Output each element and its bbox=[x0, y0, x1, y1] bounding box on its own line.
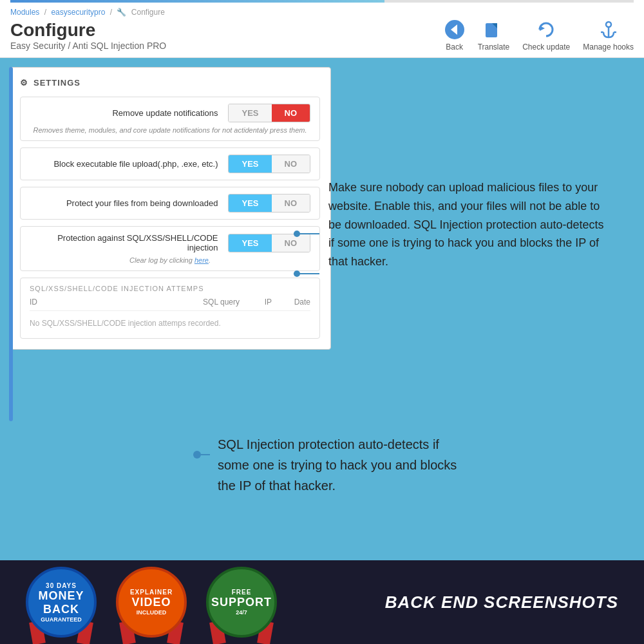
badge-money-back: 30 DAYS MONEY BACK GUARANTEED bbox=[26, 567, 97, 638]
translate-label: Translate bbox=[478, 43, 510, 52]
setting-row-fileprotect-inner: Protect your files from being downloaded… bbox=[30, 194, 310, 213]
badge-container-3: FREE SUPPORT 24/7 bbox=[206, 567, 277, 638]
connector-line-2 bbox=[294, 273, 319, 274]
clear-log-link[interactable]: here bbox=[194, 256, 209, 264]
badge-container-1: 30 DAYS MONEY BACK GUARANTEED bbox=[26, 567, 97, 638]
refresh-icon bbox=[536, 19, 556, 40]
setting-label-fileprotect: Protect your files from being downloaded bbox=[30, 198, 228, 208]
settings-title: SETTINGS bbox=[33, 78, 80, 88]
back-button[interactable]: Back bbox=[444, 19, 465, 52]
main-content: ⚙ SETTINGS Remove update notifications Y… bbox=[0, 58, 644, 580]
toggle-fileprotect-yes[interactable]: YES bbox=[229, 194, 271, 212]
check-update-button[interactable]: Check update bbox=[522, 19, 570, 52]
sql-table-header: ID SQL query IP Date bbox=[30, 298, 310, 311]
breadcrumb-configure: Configure bbox=[131, 8, 165, 17]
badge-3-line2: SUPPORT bbox=[211, 596, 272, 609]
badge-1-line3: GUARANTEED bbox=[41, 616, 82, 623]
settings-section-header: ⚙ SETTINGS bbox=[20, 78, 320, 88]
left-accent-bar bbox=[9, 67, 13, 421]
toggle-fileprotect: YES NO bbox=[228, 194, 310, 213]
breadcrumb-sep2: / bbox=[110, 8, 112, 17]
setting-label-sqlprotect: Protection against SQL/XSS/SHELL/CODE in… bbox=[30, 233, 228, 252]
setting-desc-sqlprotect: Clear log by clicking here. bbox=[30, 256, 310, 264]
col-id: ID bbox=[30, 298, 68, 307]
sql-table-section: SQL/XSS/SHELL/CODE INJECTION ATTEMPS ID … bbox=[20, 278, 320, 339]
badge-explainer-video: EXPLAINER VIDEO INCLUDED bbox=[116, 567, 187, 638]
setting-row-sqlprotect-inner: Protection against SQL/XSS/SHELL/CODE in… bbox=[30, 233, 310, 252]
header-title-block: Configure Easy Security / Anti SQL Injec… bbox=[10, 20, 166, 51]
setting-row-notifications-inner: Remove update notifications YES NO bbox=[30, 104, 310, 122]
toggle-notifications-yes[interactable]: YES bbox=[229, 104, 271, 122]
badge-free-support: FREE SUPPORT 24/7 bbox=[206, 567, 277, 638]
breadcrumb: Modules / easysecuritypro / 🔧 Configure bbox=[10, 3, 634, 19]
setting-label-fileupload: Block executable file upload(.php, .exe,… bbox=[30, 159, 228, 169]
translate-icon bbox=[483, 19, 504, 40]
badge-2-line3: INCLUDED bbox=[137, 609, 167, 616]
page-title: Configure bbox=[10, 20, 166, 41]
back-end-screenshots-label: BACK END SCREENSHOTS bbox=[385, 592, 618, 612]
setting-row-fileupload-inner: Block executable file upload(.php, .exe,… bbox=[30, 155, 310, 173]
sql-table-title: SQL/XSS/SHELL/CODE INJECTION ATTEMPS bbox=[30, 285, 310, 292]
svg-marker-4 bbox=[540, 26, 545, 31]
badge-2-line2: VIDEO bbox=[131, 596, 171, 609]
translate-button[interactable]: Translate bbox=[478, 19, 510, 52]
toggle-notifications: YES NO bbox=[228, 104, 310, 122]
badge-1-line1: 30 DAYS bbox=[46, 582, 77, 589]
settings-panel: ⚙ SETTINGS Remove update notifications Y… bbox=[9, 67, 331, 350]
setting-row-fileupload: Block executable file upload(.php, .exe,… bbox=[20, 147, 320, 180]
setting-label-notifications: Remove update notifications bbox=[30, 108, 228, 118]
setting-row-sqlprotect: Protection against SQL/XSS/SHELL/CODE in… bbox=[20, 226, 320, 271]
col-date: Date bbox=[272, 298, 310, 307]
toggle-fileprotect-no[interactable]: NO bbox=[272, 194, 310, 212]
callout-2-text: SQL Injection protection auto-detects if… bbox=[218, 437, 457, 493]
setting-row-notifications: Remove update notifications YES NO Remov… bbox=[20, 97, 320, 141]
svg-point-5 bbox=[606, 22, 611, 27]
subtitle: Easy Security / Anti SQL Injection PRO bbox=[10, 41, 166, 51]
breadcrumb-sep1: / bbox=[44, 8, 46, 17]
breadcrumb-modules[interactable]: Modules bbox=[10, 8, 39, 17]
connector-dot-3 bbox=[193, 451, 201, 459]
col-ip: IP bbox=[240, 298, 272, 307]
toggle-sqlprotect-no[interactable]: NO bbox=[272, 234, 310, 252]
back-label: Back bbox=[446, 43, 463, 52]
col-query: SQL query bbox=[68, 298, 240, 307]
toggle-fileupload-no[interactable]: NO bbox=[272, 155, 310, 173]
connector-line-1 bbox=[294, 233, 319, 234]
manage-hooks-button[interactable]: Manage hooks bbox=[583, 19, 634, 52]
toggle-sqlprotect-yes[interactable]: YES bbox=[229, 234, 271, 252]
top-bar: Modules / easysecuritypro / 🔧 Configure … bbox=[0, 0, 644, 58]
callout-2: SQL Injection protection auto-detects if… bbox=[207, 426, 478, 504]
toggle-notifications-no[interactable]: NO bbox=[272, 104, 310, 122]
check-update-label: Check update bbox=[522, 43, 570, 52]
anchor-icon bbox=[598, 19, 619, 40]
setting-row-fileprotect: Protect your files from being downloaded… bbox=[20, 187, 320, 220]
settings-gear-icon: ⚙ bbox=[20, 78, 28, 88]
setting-desc-notifications: Removes theme, modules, and core update … bbox=[30, 126, 310, 134]
callout-1-text: Make sure nobody can upload malicious fi… bbox=[328, 181, 604, 268]
sql-empty-msg: No SQL/XSS/SHELL/CODE injection attemps … bbox=[30, 315, 310, 332]
badge-3-line3: 24/7 bbox=[236, 609, 247, 616]
callout-1: Make sure nobody can upload malicious fi… bbox=[318, 171, 614, 279]
header-actions: Back Translate Check update bbox=[444, 19, 634, 52]
badge-3-line1: FREE bbox=[232, 589, 252, 596]
badge-1-line2: MONEY BACK bbox=[28, 589, 94, 616]
bottom-section: 30 DAYS MONEY BACK GUARANTEED EXPLAINER … bbox=[0, 560, 644, 644]
back-icon bbox=[444, 19, 465, 40]
badge-container-2: EXPLAINER VIDEO INCLUDED bbox=[116, 567, 187, 638]
header-row: Configure Easy Security / Anti SQL Injec… bbox=[10, 19, 634, 52]
toggle-fileupload: YES NO bbox=[228, 155, 310, 173]
manage-hooks-label: Manage hooks bbox=[583, 43, 634, 52]
toggle-fileupload-yes[interactable]: YES bbox=[229, 155, 271, 173]
badge-2-line1: EXPLAINER bbox=[130, 589, 173, 596]
breadcrumb-easysecuritypro[interactable]: easysecuritypro bbox=[51, 8, 105, 17]
